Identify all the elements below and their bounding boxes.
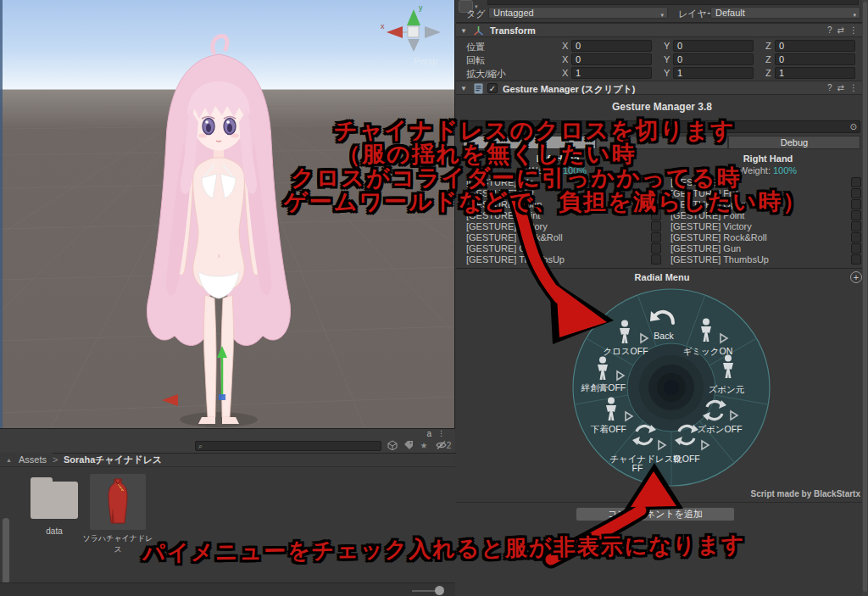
gizmo-x-label: x (381, 22, 385, 31)
folder-item-data[interactable] (31, 477, 78, 520)
add-radial-item-icon[interactable]: + (850, 271, 862, 283)
svg-text:クロスOFF: クロスOFF (603, 346, 648, 356)
svg-text:靴OFF: 靴OFF (672, 454, 700, 464)
right-gesture-checkbox[interactable] (851, 221, 861, 231)
menu-icon[interactable]: ⋮ (849, 83, 863, 92)
favorites-filter-icon[interactable]: ★ (418, 440, 430, 451)
svg-text:FF: FF (632, 463, 643, 473)
ahoge (213, 36, 227, 53)
component-enabled-checkbox[interactable]: ✓ (487, 83, 498, 93)
rotation-z-field[interactable]: 0 (775, 53, 855, 65)
project-titlebar: a ⋮ (0, 429, 455, 439)
label-filter-icon[interactable] (403, 440, 415, 451)
left-gesture-checkbox[interactable] (651, 221, 661, 231)
gizmo-x-cone[interactable] (387, 26, 403, 38)
foldout-icon[interactable]: ▼ (460, 85, 467, 92)
object-picker-icon[interactable]: ⊙ (850, 122, 857, 131)
radial-menu-wheel[interactable]: クロスOFF Back ギミックON 絆創膏OFF (570, 286, 773, 489)
scale-y-field[interactable]: 1 (673, 67, 754, 79)
scale-x-field[interactable]: 1 (571, 67, 652, 79)
rotation-y-field[interactable]: 0 (673, 53, 754, 65)
radial-menu-title: Radial Menu (456, 272, 868, 282)
folder-label[interactable]: data (27, 526, 81, 536)
presets-icon[interactable]: ⇄ (837, 25, 849, 35)
right-gesture-checkbox[interactable] (851, 243, 861, 253)
left-scrollbar[interactable] (3, 518, 9, 584)
left-gesture-checkbox[interactable] (651, 232, 661, 242)
font-size-icon[interactable]: a (426, 429, 431, 438)
position-z-field[interactable]: 0 (775, 40, 855, 52)
project-toolbar: ⌕ ★ 2 (0, 439, 455, 453)
gameobject-name-field[interactable] (487, 0, 859, 5)
gesture-row: [GESTURE] ThumbsUp [GESTURE] ThumbsUp (456, 254, 868, 265)
component-title: Transform (490, 25, 536, 36)
scale-row: 拡大/縮小 X 1 Y 1 Z 1 (456, 67, 868, 80)
hidden-count-toggle[interactable]: 2 (432, 440, 454, 451)
right-gesture-checkbox[interactable] (851, 177, 861, 187)
credit-text: Script made by BlackStartx (751, 489, 861, 499)
transform-icon (473, 25, 484, 36)
package-filter-icon[interactable] (386, 440, 399, 451)
move-gizmo[interactable] (162, 346, 227, 406)
tag-label: タグ (466, 8, 486, 20)
project-panel: a ⋮ ⌕ ★ 2 ▲ Assets > Sorahaチャイナドレス (0, 428, 455, 596)
presets-icon[interactable]: ⇄ (837, 83, 849, 92)
left-gesture-checkbox[interactable] (651, 254, 661, 265)
tab-debug[interactable]: Debug (728, 136, 860, 149)
position-x-field[interactable]: 0 (571, 40, 652, 52)
panel-menu-icon[interactable]: ⋮ (437, 429, 445, 437)
inspector-scrollbar[interactable] (862, 0, 868, 596)
add-component-button[interactable]: コンポーネントを追加 (576, 507, 735, 521)
hidden-count: 2 (447, 441, 452, 450)
gesture-manager-header[interactable]: ▼ ✓ Gesture Manager (スクリプト) ?⇄⋮ (456, 81, 868, 95)
left-gesture-checkbox[interactable] (651, 243, 661, 253)
qipao-thumbnail (90, 474, 146, 530)
breadcrumb-current[interactable]: Sorahaチャイナドレス (64, 453, 162, 467)
layer-dropdown[interactable]: Default ▾ (710, 7, 860, 19)
right-gesture-checkbox[interactable] (851, 210, 861, 220)
unity-editor-window: y x Persp a ⋮ ⌕ ★ 2 ▲ (0, 0, 868, 596)
prefab-item-thumbnail[interactable] (90, 474, 146, 530)
right-gesture-checkbox[interactable] (851, 232, 861, 242)
position-y-field[interactable]: 0 (673, 40, 754, 52)
avatar-character (147, 36, 290, 424)
orientation-gizmo[interactable]: y x (381, 3, 441, 52)
gesture-row: [GESTURE] Victory [GESTURE] Victory (456, 221, 868, 232)
gesture-row: [GESTURE] Rock&Roll [GESTURE] Rock&Roll (456, 232, 868, 243)
foldout-icon[interactable]: ▼ (460, 27, 467, 35)
persp-toggle[interactable]: Persp (400, 56, 451, 66)
tag-layer-row: タグ Untagged ▾ レイヤー Default ▾ (456, 7, 868, 20)
component-title: Gesture Manager (スクリプト) (503, 83, 636, 96)
svg-text:Back: Back (654, 331, 674, 341)
svg-text:絆創膏OFF: 絆創膏OFF (581, 382, 626, 393)
svg-text:ズボンOFF: ズボンOFF (697, 424, 742, 434)
position-row: 位置 X 0 Y 0 Z 0 (456, 40, 868, 53)
tag-dropdown[interactable]: Untagged ▾ (488, 7, 668, 19)
svg-text:ズボン元: ズボン元 (709, 384, 745, 394)
help-icon[interactable]: ? (827, 25, 837, 35)
rotation-x-field[interactable]: 0 (571, 53, 652, 65)
rotation-row: 回転 X 0 Y 0 Z 0 (456, 53, 868, 66)
inspector-panel: ▾ タグ Untagged ▾ レイヤー Default ▾ ▼ Transfo… (456, 0, 868, 596)
annotation-line-4: ゲームワールドなどで、負担を減らしたい時） (284, 187, 807, 217)
svg-text:チャイナドレスO: チャイナドレスO (609, 454, 680, 464)
svg-text:下着OFF: 下着OFF (590, 424, 626, 434)
collapse-icon[interactable]: ▲ (6, 453, 12, 467)
zoom-slider-knob[interactable] (435, 586, 444, 595)
right-gesture-checkbox[interactable] (851, 188, 861, 198)
help-icon[interactable]: ? (827, 83, 837, 92)
transform-header[interactable]: ▼ Transform ?⇄⋮ (456, 23, 868, 37)
gesture-manager-title: Gesture Manager 3.8 (456, 101, 868, 113)
search-input[interactable]: ⌕ (195, 441, 381, 451)
script-icon (473, 83, 484, 94)
breadcrumb-assets[interactable]: Assets (19, 453, 47, 467)
gizmo-y-label: y (419, 3, 423, 12)
scale-z-field[interactable]: 1 (775, 67, 855, 79)
menu-icon[interactable]: ⋮ (849, 25, 863, 35)
torso (193, 158, 245, 292)
right-gesture-checkbox[interactable] (851, 254, 861, 265)
project-statusbar (0, 582, 455, 596)
right-gesture-checkbox[interactable] (851, 199, 861, 209)
chevron-down-icon: ▾ (853, 10, 856, 20)
gesture-row: [GESTURE] Gun [GESTURE] Gun (456, 243, 868, 254)
